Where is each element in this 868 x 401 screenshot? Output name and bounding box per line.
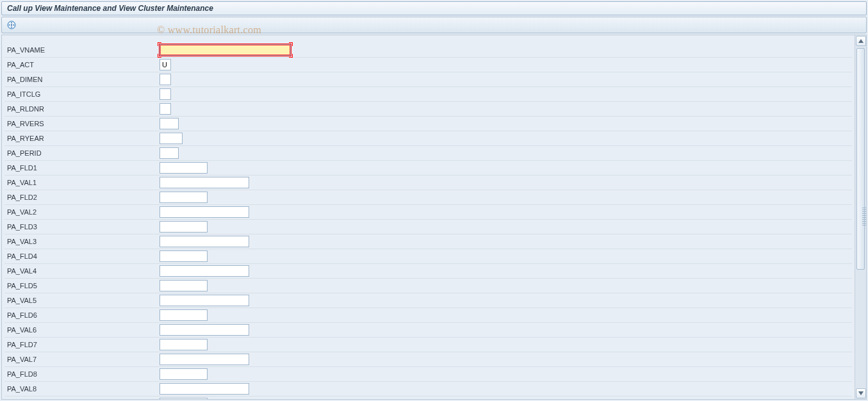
input-pa_itclg[interactable] — [160, 88, 171, 100]
field-input-cell — [158, 206, 852, 218]
input-pa_fld8[interactable] — [160, 368, 208, 380]
input-pa_val8[interactable] — [160, 383, 249, 395]
focus-corner — [289, 42, 293, 46]
scroll-down-button[interactable] — [856, 388, 866, 398]
form-row: PA_RLDNR — [4, 102, 852, 117]
scroll-grip-marks — [862, 208, 866, 227]
field-label: PA_VAL2 — [4, 208, 158, 216]
form-row: PA_VAL7 — [4, 352, 852, 367]
field-label: PA_VAL8 — [4, 385, 158, 393]
field-input-cell — [158, 88, 852, 100]
input-pa_val7[interactable] — [160, 354, 249, 365]
form-row: PA_FLD1 — [4, 161, 852, 176]
field-label: PA_FLD6 — [4, 311, 158, 319]
field-input-cell — [158, 236, 852, 247]
field-label: PA_RVERS — [4, 120, 158, 127]
input-pa_val5[interactable] — [160, 295, 249, 306]
field-label: PA_VAL7 — [4, 356, 158, 363]
form-row: PA_FLD5 — [4, 279, 852, 293]
form-row: PA_DIMEN — [4, 72, 852, 87]
field-input-cell — [158, 177, 852, 188]
form-row: PA_RVERS — [4, 117, 852, 131]
field-input-cell — [158, 44, 852, 56]
field-input-cell — [158, 354, 852, 365]
scroll-track[interactable] — [855, 47, 866, 388]
field-input-cell — [158, 368, 852, 380]
form-row: PA_FLD3 — [4, 220, 852, 234]
field-label: PA_VAL1 — [4, 179, 158, 186]
input-pa_fld1[interactable] — [160, 162, 208, 174]
input-pa_fld7[interactable] — [160, 339, 208, 350]
input-pa_fld5[interactable] — [160, 280, 208, 291]
field-input-cell — [158, 133, 852, 144]
execute-button[interactable] — [6, 19, 17, 31]
form-row: PA_FLD4 — [4, 249, 852, 264]
form-row: PA_VAL3 — [4, 234, 852, 249]
input-pa_val6[interactable] — [160, 324, 249, 336]
input-pa_fld4[interactable] — [160, 250, 208, 262]
field-label: PA_VAL3 — [4, 238, 158, 245]
field-label: PA_FLD5 — [4, 282, 158, 290]
input-pa_dimen[interactable] — [160, 74, 171, 85]
form-row: PA_VAL5 — [4, 293, 852, 308]
application-toolbar — [1, 17, 867, 33]
selection-screen-form: PA_VNAMEPA_ACTPA_DIMENPA_ITCLGPA_RLDNRPA… — [2, 35, 855, 399]
field-input-cell — [158, 309, 852, 321]
field-label: PA_RYEAR — [4, 135, 158, 142]
input-pa_ryear[interactable] — [160, 133, 183, 144]
input-pa_act[interactable] — [160, 59, 171, 70]
input-pa_val1[interactable] — [160, 177, 249, 188]
form-row: PA_ACT — [4, 58, 852, 72]
page-title: Call up View Maintenance and View Cluste… — [7, 4, 213, 13]
input-pa_val4[interactable] — [160, 265, 249, 277]
svg-point-2 — [11, 24, 12, 26]
scrollable-region: PA_VNAMEPA_ACTPA_DIMENPA_ITCLGPA_RLDNRPA… — [2, 35, 855, 399]
input-pa_perid[interactable] — [160, 147, 179, 159]
input-pa_rvers[interactable] — [160, 118, 179, 129]
input-pa_fld9[interactable] — [160, 398, 208, 399]
field-label: PA_PERID — [4, 149, 158, 157]
field-input-cell — [158, 280, 852, 291]
form-row: PA_ITCLG — [4, 87, 852, 102]
form-row: PA_PERID — [4, 146, 852, 161]
required-input-focus-wrap — [160, 44, 291, 56]
field-input-cell — [158, 162, 852, 174]
input-pa_fld2[interactable] — [160, 192, 208, 203]
field-input-cell — [158, 59, 852, 70]
field-label: PA_VAL4 — [4, 267, 158, 275]
input-pa_val3[interactable] — [160, 236, 249, 247]
form-row: PA_VNAME — [4, 43, 852, 58]
field-label: PA_FLD7 — [4, 341, 158, 348]
input-pa_rldnr[interactable] — [160, 103, 171, 115]
input-pa_fld3[interactable] — [160, 221, 208, 233]
field-input-cell — [158, 221, 852, 233]
field-label: PA_VNAME — [4, 46, 158, 54]
execute-icon — [7, 20, 16, 29]
field-label: PA_ACT — [4, 61, 158, 69]
field-input-cell — [158, 324, 852, 336]
form-row: PA_VAL1 — [4, 176, 852, 190]
field-input-cell — [158, 74, 852, 85]
focus-corner — [158, 42, 161, 46]
scroll-up-button[interactable] — [856, 36, 866, 46]
form-row: PA_FLD9 — [4, 397, 852, 399]
window-title-bar: Call up View Maintenance and View Cluste… — [1, 1, 867, 15]
field-label: PA_FLD4 — [4, 252, 158, 260]
field-label: PA_FLD2 — [4, 193, 158, 201]
input-pa_vname[interactable] — [160, 44, 291, 56]
field-label: PA_DIMEN — [4, 76, 158, 83]
form-row: PA_VAL2 — [4, 205, 852, 220]
form-row: PA_FLD8 — [4, 367, 852, 382]
vertical-scrollbar[interactable] — [855, 35, 866, 399]
scroll-thumb[interactable] — [856, 48, 865, 270]
chevron-up-icon — [858, 39, 864, 43]
field-input-cell — [158, 383, 852, 395]
form-row: PA_VAL4 — [4, 264, 852, 279]
field-label: PA_VAL5 — [4, 297, 158, 304]
field-label: PA_VAL6 — [4, 326, 158, 334]
input-pa_val2[interactable] — [160, 206, 249, 218]
field-input-cell — [158, 295, 852, 306]
form-row: PA_FLD2 — [4, 190, 852, 205]
input-pa_fld6[interactable] — [160, 309, 208, 321]
form-row: PA_VAL8 — [4, 382, 852, 397]
